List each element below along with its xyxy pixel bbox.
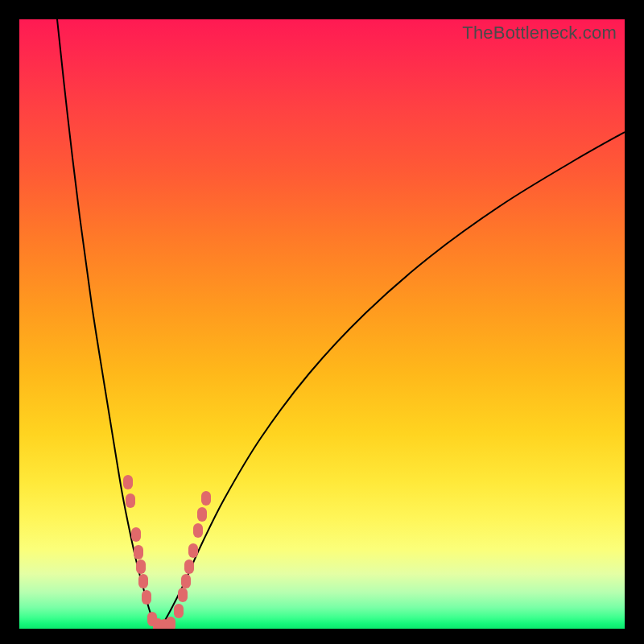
data-marker (142, 590, 151, 605)
curve-layer (19, 19, 625, 629)
data-marker (138, 574, 148, 588)
data-marker (136, 559, 146, 574)
data-marker (174, 604, 184, 618)
data-marker (201, 491, 211, 506)
curve-right-branch (159, 132, 625, 629)
plot-area: TheBottleneck.com (19, 19, 625, 629)
data-marker (188, 543, 198, 558)
data-marker (166, 617, 175, 629)
data-marker (134, 545, 143, 559)
data-marker (123, 475, 133, 489)
chart-frame: TheBottleneck.com (0, 0, 644, 644)
data-marker (178, 588, 188, 602)
data-markers (123, 475, 211, 629)
data-marker (131, 527, 141, 542)
data-marker (181, 574, 191, 588)
data-marker (197, 507, 207, 522)
data-marker (126, 493, 135, 508)
curve-left-branch (57, 19, 159, 629)
data-marker (193, 523, 203, 538)
data-marker (184, 559, 194, 574)
